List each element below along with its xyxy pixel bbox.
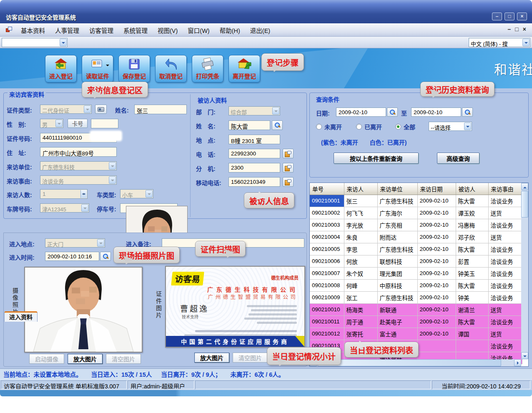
table-cell[interactable]: 洽谈业务 [488,219,522,231]
table-cell[interactable]: 陈大雷 [456,243,488,255]
table-cell[interactable]: 2009-02-10 [417,243,456,255]
table-cell[interactable]: 送货 [488,231,522,243]
mdi-restore-icon[interactable]: □ [515,26,518,33]
table-cell[interactable]: 朱个奴 [344,267,377,279]
table-cell[interactable]: 2009-02-10 [417,207,456,219]
table-cell[interactable] [456,340,488,352]
menu-item-3[interactable]: 系统管理 [118,24,153,36]
table-cell[interactable]: 090210009 [310,291,344,303]
count-stepper[interactable]: 1 [40,189,88,199]
table-cell[interactable]: 090210012 [310,328,344,340]
ext-field[interactable]: 2300 [228,163,280,173]
table-cell[interactable]: 洽谈业务 [488,315,522,328]
date-to-picker-button[interactable] [462,108,473,117]
table-cell[interactable]: 附而达 [377,231,417,243]
table-cell[interactable]: 陈大雷 [456,315,488,328]
reason-combo[interactable]: 洽谈业务 [40,175,117,185]
table-cell[interactable]: 赴美电子 [377,315,417,328]
card-number-button[interactable]: 卡号 [68,119,88,128]
table-cell[interactable]: 朱良 [344,231,377,243]
table-cell[interactable]: 2009-02-10 [417,303,456,315]
table-cell[interactable]: 富士通 [377,328,417,340]
col-header[interactable]: 来访单位 [377,183,417,195]
hscroll-thumb[interactable] [318,359,501,366]
phone-field[interactable]: 22992300 [228,149,280,158]
gender-combo[interactable]: 男 [40,119,63,128]
col-header[interactable]: 来访日期 [417,183,456,195]
chevron-down-icon[interactable] [60,39,67,46]
table-cell[interactable]: 2009-02-10 [417,328,456,340]
menu-item-1[interactable]: 人事管理 [50,24,84,36]
plate-combo[interactable]: 津A12345 [40,203,89,213]
table-cell[interactable]: 090210006 [310,255,344,267]
table-row[interactable]: 090210007朱个奴理光集团2009-02-10钟美玉洽谈业务 [310,267,522,279]
table-cell[interactable]: 谢清兰 [456,303,488,315]
cert-type-combo[interactable]: 二代身份证 [40,105,92,114]
interviewee-name-field[interactable]: 陈大雷 [228,120,270,130]
table-cell[interactable]: 090210004 [310,231,344,243]
table-cell[interactable]: 钟美玉 [456,267,488,279]
chevron-down-icon[interactable] [106,65,109,68]
table-cell[interactable]: 谭玉姣 [456,207,488,219]
vertical-scrollbar[interactable] [521,183,528,359]
table-cell[interactable]: 广东德生科技 [377,291,417,303]
mdi-minimize-icon[interactable]: – [508,26,511,33]
table-cell[interactable]: 钟美 [456,291,488,303]
table-cell[interactable]: 张工 [344,291,377,303]
table-row[interactable]: 090210009张工广东德生科技2009-02-10钟美洽谈业务 [310,291,522,303]
table-cell[interactable] [417,340,456,352]
save-register-button[interactable]: 保存登记 [118,55,150,83]
table-cell[interactable]: 邓子欣 [456,231,488,243]
table-cell[interactable]: 李思 [344,243,377,255]
language-combo[interactable]: 中文 (简体) - 搜 [469,38,530,47]
table-cell[interactable]: 何放 [344,255,377,267]
table-row[interactable]: 090210010杨海类新联通2009-02-10谢清兰送货 [310,303,522,315]
cancel-register-button[interactable]: 取消登记 [155,55,187,83]
table-cell[interactable]: 何飞飞 [344,207,377,219]
search-person-button[interactable] [272,120,283,130]
col-header[interactable]: 被访人 [456,183,488,195]
dial-phone-button[interactable] [283,149,294,158]
table-cell[interactable]: 送货 [488,303,522,315]
col-header[interactable]: 来访人 [344,183,377,195]
table-row[interactable]: 090210012张寄托富士通2009-02-10谭国送货 [310,328,522,340]
mdi-close-icon[interactable]: × [523,26,526,33]
print-receipt-button[interactable]: 打印凭条 [192,55,223,83]
card-reader-button[interactable] [95,105,107,114]
radio-icon[interactable] [395,124,401,130]
table-cell[interactable]: 广东德生科技 [377,243,417,255]
table-cell[interactable]: 090210008 [310,279,344,291]
table-row[interactable]: 090210006何放联想科技2009-02-10彭置洽谈业务 [310,255,522,267]
table-cell[interactable]: 送货 [488,328,522,340]
table-cell[interactable]: 090210010 [310,303,344,315]
table-cell[interactable]: 广东亮相 [377,219,417,231]
chevron-down-icon[interactable] [464,123,471,130]
radio-全部[interactable]: 全部 [395,123,415,131]
minimize-icon[interactable]: – [492,13,502,20]
radio-icon[interactable] [356,124,362,130]
table-cell[interactable]: 杨海类 [344,303,377,315]
table-cell[interactable]: 理光集团 [377,267,417,279]
table-cell[interactable]: 2009-02-10 [417,195,456,207]
table-cell[interactable]: 何峰 [344,279,377,291]
table-cell[interactable]: 陈大雷 [456,279,488,291]
table-cell[interactable]: 洽谈业务 [488,195,522,207]
table-row[interactable]: 090210004朱良附而达2009-02-10邓子欣送货 [310,231,522,243]
table-cell[interactable]: 090210007 [310,267,344,279]
table-cell[interactable]: 送货 [488,207,522,219]
spinner-arrows-icon[interactable] [80,190,87,198]
scroll-up-icon[interactable] [521,183,528,190]
col-header[interactable]: 单号 [310,183,344,195]
enter-time-field[interactable]: 2009-02-10 10:16 [45,252,99,261]
table-cell[interactable]: 2009-02-10 [417,291,456,303]
table-cell[interactable]: 090210003 [310,219,344,231]
close-icon[interactable]: × [517,13,527,20]
dial-ext-button[interactable] [283,163,294,173]
table-cell[interactable]: 2009-02-10 [417,267,456,279]
table-cell[interactable]: 2009-02-10 [417,231,456,243]
table-cell[interactable]: 联想科技 [377,255,417,267]
table-cell[interactable]: 090210002 [310,207,344,219]
mobile-field[interactable]: 15602210349 [228,177,280,187]
radio-未离开[interactable]: 未离开 [316,123,342,131]
table-cell[interactable]: 洽谈业务 [488,279,522,291]
